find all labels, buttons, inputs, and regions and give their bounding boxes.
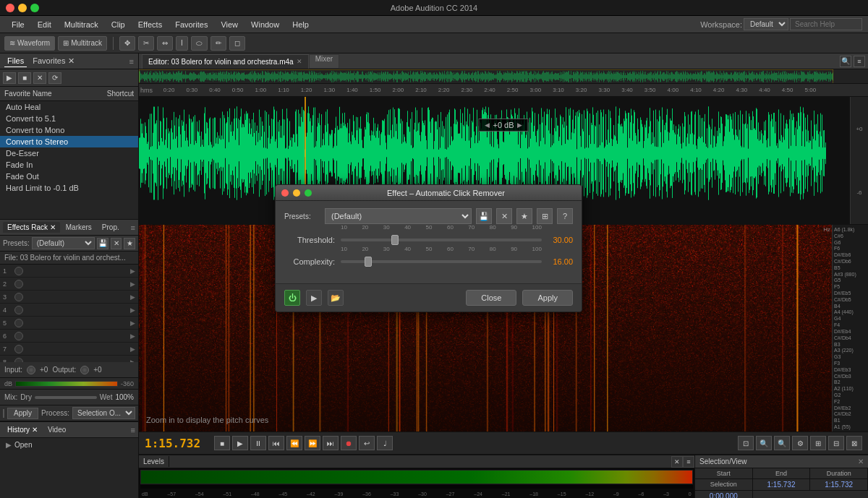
tab-markers[interactable]: Markers — [61, 222, 96, 233]
process-select[interactable]: Selection O... — [72, 407, 135, 419]
menu-view[interactable]: View — [215, 19, 244, 30]
sel-view-close[interactable]: ✕ — [858, 458, 864, 465]
menu-help[interactable]: Help — [286, 19, 315, 30]
fav-item-convert51[interactable]: Convert to 5.1 — [0, 113, 138, 124]
multitrack-btn[interactable]: ⊞ Multitrack — [58, 36, 107, 51]
stop-btn[interactable]: ■ — [214, 436, 230, 450]
menu-clip[interactable]: Clip — [106, 19, 131, 30]
dlg-info-btn[interactable]: ⊞ — [537, 208, 553, 224]
dlg-delete-preset-btn[interactable]: ✕ — [496, 208, 512, 224]
tab-properties[interactable]: Prop. — [98, 222, 124, 233]
tool-pencil[interactable]: ✏ — [210, 36, 226, 51]
rewind-btn[interactable]: ⏪ — [286, 436, 302, 450]
toolbar-stop-btn[interactable]: ■ — [18, 72, 31, 84]
tab-favorites[interactable]: Favorites ✕ — [30, 55, 77, 67]
menu-effects[interactable]: Effects — [132, 19, 168, 30]
dlg-presets-select[interactable]: (Default) — [325, 208, 472, 224]
to-start-btn[interactable]: ⏮ — [268, 436, 284, 450]
editor-tab-main[interactable]: Editor: 03 Bolero for violin and orchest… — [142, 54, 309, 69]
dialog-zoom-btn[interactable] — [305, 189, 312, 197]
tool-erase[interactable]: ◻ — [229, 36, 245, 51]
zoom-in-btn[interactable]: 🔍 — [840, 56, 851, 67]
dialog-minimize-btn[interactable] — [293, 189, 300, 197]
effect-row-3[interactable]: 3 ▶ — [0, 291, 138, 304]
minimize-button[interactable] — [18, 4, 27, 12]
menu-window[interactable]: Window — [245, 19, 285, 30]
maximize-button[interactable] — [30, 4, 39, 12]
effect-row-2[interactable]: 2 ▶ — [0, 278, 138, 291]
panel-menu-btn[interactable]: ≡ — [854, 56, 865, 67]
effect-row-8[interactable]: 8 ▶ — [0, 356, 138, 362]
history-item-open[interactable]: ▶ Open — [3, 439, 135, 450]
tab-effects-rack[interactable]: Effects Rack ✕ — [3, 222, 60, 233]
pause-btn[interactable]: ⏸ — [250, 436, 266, 450]
history-menu-icon[interactable]: ≡ — [131, 426, 135, 434]
panel-close-icon[interactable]: ≡ — [129, 57, 134, 66]
levels-close[interactable]: ✕ — [671, 456, 683, 468]
mixer-tab[interactable]: Mixer — [309, 54, 339, 69]
dialog-close-btn[interactable] — [281, 189, 289, 197]
fav-item-convert-mono[interactable]: Convert to Mono — [0, 124, 138, 136]
effect-row-4[interactable]: 4 ▶ — [0, 304, 138, 317]
search-input[interactable] — [790, 18, 862, 30]
fav-item-hard-limit[interactable]: Hard Limit to -0.1 dB — [0, 182, 138, 194]
output-knob[interactable] — [80, 366, 89, 374]
levels-menu[interactable]: ≡ — [683, 456, 694, 468]
threshold-thumb[interactable] — [391, 235, 399, 245]
dlg-close-button[interactable]: Close — [466, 290, 516, 306]
tool-razor[interactable]: ✂ — [138, 36, 154, 51]
menu-favorites[interactable]: Favorites — [169, 19, 213, 30]
play-btn[interactable]: ▶ — [232, 436, 248, 450]
dlg-help-btn[interactable]: ? — [557, 208, 573, 224]
fav-item-fade-in[interactable]: Fade In — [0, 159, 138, 171]
dlg-play-btn[interactable]: ▶ — [306, 290, 322, 306]
tab-history[interactable]: History ✕ — [3, 424, 42, 435]
to-end-btn[interactable]: ⏭ — [323, 436, 339, 450]
preset-save-btn[interactable]: 💾 — [97, 238, 109, 249]
tab-video[interactable]: Video — [43, 424, 70, 435]
dlg-apply-button[interactable]: Apply — [522, 290, 573, 306]
dlg-save-preset-btn[interactable]: 💾 — [476, 208, 492, 224]
waveform-btn[interactable]: ≋ Waveform — [4, 36, 55, 51]
record-btn[interactable]: ⏺ — [341, 436, 357, 450]
tool-slip[interactable]: ⇔ — [157, 36, 173, 51]
preset-fav-btn[interactable]: ★ — [124, 238, 135, 249]
effects-panel-menu[interactable]: ≡ — [131, 223, 135, 232]
editor-tab-close[interactable]: ✕ — [297, 58, 302, 65]
extra-2[interactable]: ⊟ — [828, 436, 844, 450]
menu-edit[interactable]: Edit — [32, 19, 57, 30]
threshold-slider-track[interactable] — [341, 239, 542, 241]
tool-move[interactable]: ✥ — [119, 36, 135, 51]
apply-button[interactable]: Apply — [7, 408, 38, 419]
toolbar-delete-btn[interactable]: ✕ — [33, 72, 46, 84]
dlg-fav-preset-btn[interactable]: ★ — [516, 208, 532, 224]
mix-slider[interactable] — [35, 396, 97, 399]
dlg-open-btn[interactable]: 📂 — [328, 290, 344, 306]
zoom-fit-btn[interactable]: ⊡ — [738, 436, 754, 450]
fav-item-fade-out[interactable]: Fade Out — [0, 171, 138, 182]
fast-forward-btn[interactable]: ⏩ — [305, 436, 320, 450]
input-knob[interactable] — [27, 366, 35, 374]
fav-item-de-esser[interactable]: De-Esser — [0, 147, 138, 159]
effect-row-1[interactable]: 1 ▶ — [0, 265, 138, 278]
menu-file[interactable]: File — [6, 19, 30, 30]
levels-tab[interactable]: Levels — [139, 456, 169, 467]
fav-item-convert-stereo[interactable]: Convert to Stereo — [0, 136, 138, 147]
toolbar-loop-btn[interactable]: ⟳ — [48, 72, 61, 84]
extra-3[interactable]: ⊠ — [846, 436, 862, 450]
dlg-power-btn[interactable]: ⏻ — [284, 290, 300, 306]
sel-start-value[interactable]: 1:15.732 — [753, 479, 811, 491]
presets-select[interactable]: (Default) — [32, 237, 95, 249]
fav-item-auto-heal[interactable]: Auto Heal — [0, 101, 138, 113]
extra-1[interactable]: ⊞ — [810, 436, 826, 450]
zoom-out-transport[interactable]: 🔍 — [774, 436, 790, 450]
loop-btn[interactable]: ↩ — [359, 436, 375, 450]
workspace-select[interactable]: Default — [744, 18, 788, 30]
close-button[interactable] — [6, 4, 14, 12]
effect-row-7[interactable]: 7 ▶ — [0, 343, 138, 356]
metronome-btn[interactable]: ♩ — [377, 436, 393, 450]
complexity-slider-track[interactable] — [341, 260, 542, 263]
apply-checkbox[interactable] — [3, 409, 4, 418]
tab-files[interactable]: Files — [4, 55, 27, 67]
settings-transport[interactable]: ⚙ — [792, 436, 808, 450]
